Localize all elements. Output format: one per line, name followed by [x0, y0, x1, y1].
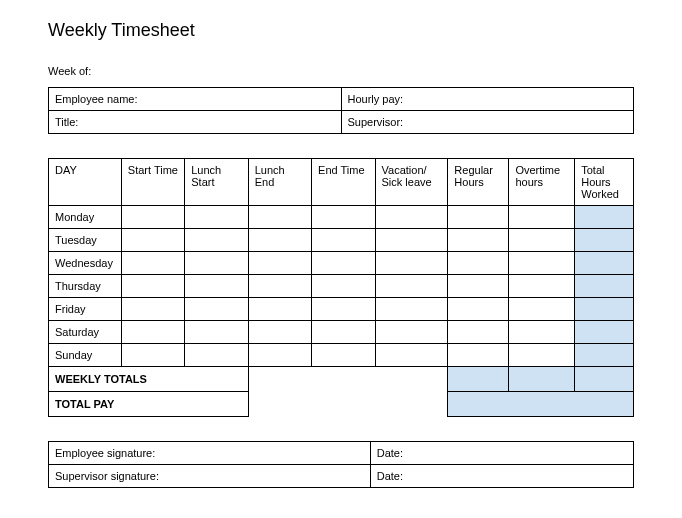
end-time-cell — [312, 206, 375, 229]
total-pay-row: TOTAL PAY — [49, 392, 634, 417]
header-total-hours: Total Hours Worked — [575, 159, 634, 206]
page-title: Weekly Timesheet — [48, 20, 634, 41]
day-cell: Saturday — [49, 321, 122, 344]
header-start-time: Start Time — [121, 159, 184, 206]
employee-signature-cell: Employee signature: — [49, 442, 371, 465]
weekly-hours-total — [575, 367, 634, 392]
total-hours-cell — [575, 206, 634, 229]
header-vacation-sick: Vacation/ Sick leave — [375, 159, 448, 206]
day-cell: Monday — [49, 206, 122, 229]
header-lunch-end: Lunch End — [248, 159, 311, 206]
total-hours-cell — [575, 275, 634, 298]
signature-table: Employee signature: Date: Supervisor sig… — [48, 441, 634, 488]
hourly-pay-cell: Hourly pay: — [341, 88, 634, 111]
weekly-totals-label: WEEKLY TOTALS — [49, 367, 249, 392]
table-header-row: DAY Start Time Lunch Start Lunch End End… — [49, 159, 634, 206]
lunch-end-cell — [248, 206, 311, 229]
header-regular-hours: Regular Hours — [448, 159, 509, 206]
table-row: Tuesday — [49, 229, 634, 252]
header-day: DAY — [49, 159, 122, 206]
table-row: Thursday — [49, 275, 634, 298]
day-cell: Thursday — [49, 275, 122, 298]
table-row: Friday — [49, 298, 634, 321]
lunch-start-cell — [185, 206, 248, 229]
start-time-cell — [121, 206, 184, 229]
regular-hours-cell — [448, 206, 509, 229]
employee-info-table: Employee name: Hourly pay: Title: Superv… — [48, 87, 634, 134]
total-pay-value — [448, 392, 634, 417]
header-overtime-hours: Overtime hours — [509, 159, 575, 206]
total-pay-label: TOTAL PAY — [49, 392, 249, 417]
table-row: Monday — [49, 206, 634, 229]
total-hours-cell — [575, 321, 634, 344]
supervisor-date-cell: Date: — [370, 465, 633, 488]
total-hours-cell — [575, 298, 634, 321]
header-end-time: End Time — [312, 159, 375, 206]
total-hours-cell — [575, 344, 634, 367]
overtime-hours-cell — [509, 206, 575, 229]
vacation-sick-cell — [375, 206, 448, 229]
day-cell: Tuesday — [49, 229, 122, 252]
title-cell: Title: — [49, 111, 342, 134]
total-hours-cell — [575, 252, 634, 275]
day-cell: Friday — [49, 298, 122, 321]
table-row: Sunday — [49, 344, 634, 367]
day-cell: Sunday — [49, 344, 122, 367]
weekly-totals-row: WEEKLY TOTALS — [49, 367, 634, 392]
timesheet-table: DAY Start Time Lunch Start Lunch End End… — [48, 158, 634, 417]
supervisor-cell: Supervisor: — [341, 111, 634, 134]
employee-name-cell: Employee name: — [49, 88, 342, 111]
week-of-label: Week of: — [48, 65, 634, 77]
weekly-overtime-total — [509, 367, 575, 392]
supervisor-signature-cell: Supervisor signature: — [49, 465, 371, 488]
total-hours-cell — [575, 229, 634, 252]
table-row: Saturday — [49, 321, 634, 344]
table-row: Wednesday — [49, 252, 634, 275]
weekly-regular-total — [448, 367, 509, 392]
employee-date-cell: Date: — [370, 442, 633, 465]
header-lunch-start: Lunch Start — [185, 159, 248, 206]
day-cell: Wednesday — [49, 252, 122, 275]
